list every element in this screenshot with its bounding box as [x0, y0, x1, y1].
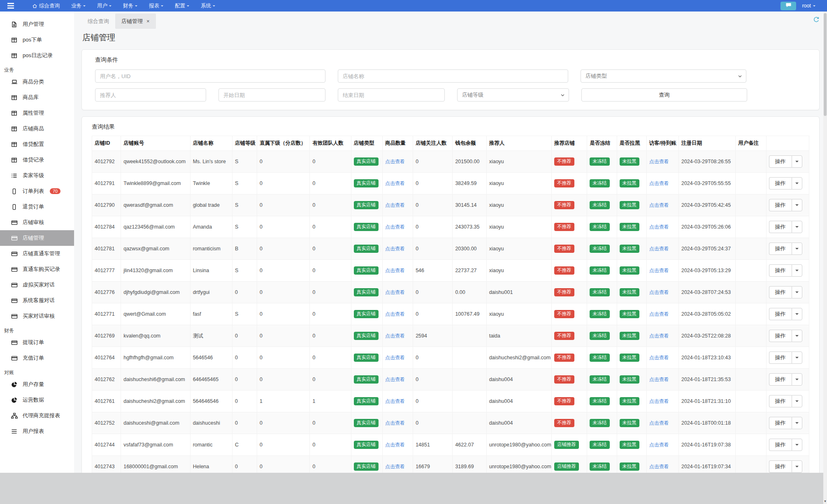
- action-button[interactable]: 操作: [769, 155, 792, 168]
- goods-view-link[interactable]: 点击查看: [385, 311, 405, 317]
- action-button[interactable]: 操作: [769, 221, 792, 233]
- action-dropdown-button[interactable]: [792, 373, 802, 386]
- goods-view-link[interactable]: 点击查看: [385, 159, 405, 164]
- tab-overview[interactable]: 综合查询: [81, 14, 115, 29]
- visitor-view-link[interactable]: 点击查看: [649, 377, 669, 382]
- nav-item-config[interactable]: 配置: [175, 2, 189, 9]
- nav-item-overview[interactable]: 综合查询: [32, 2, 60, 9]
- sidebar-item-buyer-chat-review[interactable]: 买家对话审核: [0, 308, 74, 324]
- action-button[interactable]: 操作: [769, 351, 792, 364]
- action-dropdown-button[interactable]: [792, 351, 802, 364]
- action-button[interactable]: 操作: [769, 308, 792, 320]
- goods-view-link[interactable]: 点击查看: [385, 355, 405, 361]
- store-type-select[interactable]: 店铺类型: [581, 69, 746, 83]
- sidebar-item-operation-data[interactable]: 运营数据: [0, 392, 74, 408]
- goods-view-link[interactable]: 点击查看: [385, 464, 405, 469]
- visitor-view-link[interactable]: 点击查看: [649, 159, 669, 164]
- sidebar-item-pos-log[interactable]: pos日志记录: [0, 48, 74, 63]
- action-button[interactable]: 操作: [769, 373, 792, 386]
- sidebar-item-pos-order[interactable]: pos下单: [0, 32, 74, 48]
- visitor-view-link[interactable]: 点击查看: [649, 420, 669, 426]
- scrollbar-down-arrow[interactable]: ▾: [823, 499, 827, 503]
- goods-view-link[interactable]: 点击查看: [385, 180, 405, 186]
- search-button[interactable]: 查询: [581, 88, 747, 102]
- action-button[interactable]: 操作: [769, 460, 792, 473]
- store-name-input[interactable]: [338, 69, 568, 83]
- goods-view-link[interactable]: 点击查看: [385, 377, 405, 382]
- sidebar-item-user-stock[interactable]: 用户存量: [0, 377, 74, 392]
- nav-item-system[interactable]: 系统: [201, 2, 215, 9]
- username-uid-input[interactable]: [95, 69, 325, 83]
- action-button[interactable]: 操作: [769, 330, 792, 342]
- visitor-view-link[interactable]: 点击查看: [649, 246, 669, 252]
- visitor-view-link[interactable]: 点击查看: [649, 289, 669, 295]
- hamburger-icon[interactable]: [7, 2, 15, 9]
- goods-view-link[interactable]: 点击查看: [385, 224, 405, 230]
- action-dropdown-button[interactable]: [792, 417, 802, 429]
- sidebar-item-goods-category[interactable]: 商品分类: [0, 74, 74, 90]
- start-date-input[interactable]: [218, 88, 325, 102]
- action-dropdown-button[interactable]: [792, 221, 802, 233]
- sidebar-item-loan-records[interactable]: 借贷记录: [0, 152, 74, 168]
- store-level-select[interactable]: 店铺等级: [457, 88, 569, 102]
- sidebar-item-train-purchase-records[interactable]: 直通车购买记录: [0, 261, 74, 277]
- sidebar-item-store-goods[interactable]: 店铺商品: [0, 121, 74, 136]
- nav-item-users[interactable]: 用户: [97, 2, 112, 9]
- visitor-view-link[interactable]: 点击查看: [649, 398, 669, 404]
- goods-view-link[interactable]: 点击查看: [385, 246, 405, 252]
- action-button[interactable]: 操作: [769, 243, 792, 255]
- goods-view-link[interactable]: 点击查看: [385, 420, 405, 426]
- nav-item-business[interactable]: 业务: [71, 2, 86, 9]
- action-dropdown-button[interactable]: [792, 308, 802, 320]
- sidebar-item-store-management[interactable]: 店铺管理: [0, 230, 74, 246]
- action-button[interactable]: 操作: [769, 286, 792, 298]
- sidebar-item-agent-recharge-report[interactable]: 代理商充提报表: [0, 408, 74, 423]
- sidebar-item-loan-config[interactable]: 借贷配置: [0, 136, 74, 152]
- visitor-view-link[interactable]: 点击查看: [649, 311, 669, 317]
- visitor-view-link[interactable]: 点击查看: [649, 333, 669, 339]
- action-button[interactable]: 操作: [769, 395, 792, 407]
- action-dropdown-button[interactable]: [792, 439, 802, 451]
- action-button[interactable]: 操作: [769, 439, 792, 451]
- sidebar-item-return-orders[interactable]: 退货订单: [0, 199, 74, 215]
- visitor-view-link[interactable]: 点击查看: [649, 442, 669, 448]
- end-date-input[interactable]: [338, 88, 445, 102]
- action-dropdown-button[interactable]: [792, 199, 802, 211]
- refresh-icon[interactable]: [813, 16, 820, 25]
- action-dropdown-button[interactable]: [792, 155, 802, 168]
- action-button[interactable]: 操作: [769, 199, 792, 211]
- sidebar-item-attribute-management[interactable]: 属性管理: [0, 105, 74, 121]
- sidebar-item-order-list[interactable]: 订单列表70: [0, 183, 74, 199]
- action-dropdown-button[interactable]: [792, 177, 802, 190]
- sidebar-item-seller-level[interactable]: 卖家等级: [0, 168, 74, 183]
- sidebar-item-withdraw-orders[interactable]: 提现订单: [0, 335, 74, 350]
- action-dropdown-button[interactable]: [792, 330, 802, 342]
- user-menu[interactable]: root: [802, 3, 815, 9]
- sidebar-item-user-report[interactable]: 用户报表: [0, 423, 74, 439]
- action-dropdown-button[interactable]: [792, 395, 802, 407]
- sidebar-item-store-review[interactable]: 店铺审核: [0, 215, 74, 230]
- action-dropdown-button[interactable]: [792, 460, 802, 473]
- visitor-view-link[interactable]: 点击查看: [649, 355, 669, 361]
- goods-view-link[interactable]: 点击查看: [385, 398, 405, 404]
- vertical-scrollbar[interactable]: ▾: [823, 12, 827, 504]
- action-button[interactable]: 操作: [769, 264, 792, 277]
- close-icon[interactable]: ×: [146, 18, 150, 24]
- sidebar-item-virtual-buyer-chat[interactable]: 虚拟买家对话: [0, 277, 74, 293]
- goods-view-link[interactable]: 点击查看: [385, 442, 405, 448]
- visitor-view-link[interactable]: 点击查看: [649, 180, 669, 186]
- visitor-view-link[interactable]: 点击查看: [649, 224, 669, 230]
- referrer-input[interactable]: [95, 88, 206, 102]
- goods-view-link[interactable]: 点击查看: [385, 202, 405, 208]
- action-button[interactable]: 操作: [769, 417, 792, 429]
- action-dropdown-button[interactable]: [792, 264, 802, 277]
- chat-button[interactable]: [781, 2, 796, 10]
- scrollbar-thumb[interactable]: [824, 13, 827, 116]
- action-button[interactable]: 操作: [769, 177, 792, 190]
- sidebar-item-system-service-chat[interactable]: 系统客服对话: [0, 293, 74, 308]
- action-dropdown-button[interactable]: [792, 286, 802, 298]
- sidebar-item-goods-library[interactable]: 商品库: [0, 90, 74, 105]
- action-dropdown-button[interactable]: [792, 243, 802, 255]
- sidebar-item-store-train-management[interactable]: 店铺直通车管理: [0, 246, 74, 261]
- goods-view-link[interactable]: 点击查看: [385, 333, 405, 339]
